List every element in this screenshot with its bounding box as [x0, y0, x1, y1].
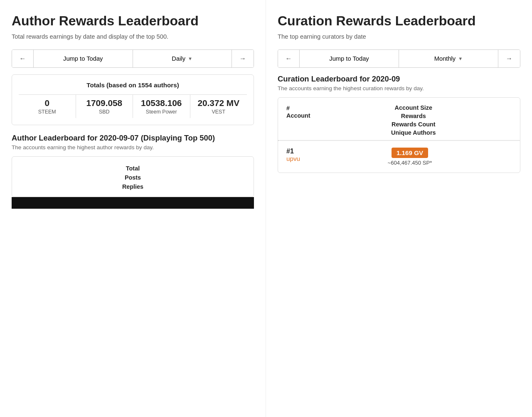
clb-account-header: Account	[286, 112, 310, 119]
left-period-label: Daily	[172, 55, 185, 62]
clb-rank-1: #1	[286, 148, 303, 155]
totals-sp-value: 10538.106	[135, 98, 187, 108]
right-jump-button[interactable]: Jump to Today	[300, 50, 399, 67]
right-next-button[interactable]: →	[498, 50, 520, 67]
left-leaderboard-box: Total Posts Replies	[12, 156, 254, 197]
right-nav-bar: ← Jump to Today Monthly ▼ →	[278, 49, 520, 68]
right-section-desc: The accounts earning the highest curatio…	[278, 85, 520, 91]
left-section-header: Author Leaderboard for 2020-09-07 (Displ…	[12, 133, 254, 151]
left-jump-button[interactable]: Jump to Today	[34, 50, 133, 67]
totals-sp: 10538.106 Steem Power	[133, 95, 190, 118]
lb-col-total: Total	[19, 165, 247, 172]
totals-steem-label: STEEM	[21, 109, 73, 115]
lb-col-posts: Posts	[19, 174, 247, 181]
left-section-title: Author Leaderboard for 2020-09-07 (Displ…	[12, 133, 254, 143]
totals-steem: 0 STEEM	[19, 95, 76, 118]
clb-header-row: # Account Account Size Rewards Rewards C…	[278, 98, 520, 140]
right-panel: Curation Rewards Leaderboard The top ear…	[266, 0, 532, 417]
clb-account-size-badge-1: 1.169 GV	[392, 148, 428, 158]
right-section-header: Curation Leaderboard for 2020-09 The acc…	[278, 74, 520, 91]
left-next-button[interactable]: →	[232, 50, 254, 67]
totals-vest-value: 20.372 MV	[193, 98, 245, 108]
totals-sbd: 1709.058 SBD	[76, 95, 133, 118]
totals-row: 0 STEEM 1709.058 SBD 10538.106 Steem Pow…	[19, 94, 247, 118]
totals-sbd-value: 1709.058	[79, 98, 131, 108]
left-panel: Author Rewards Leaderboard Total rewards…	[0, 0, 266, 417]
left-black-bar	[12, 197, 254, 209]
totals-heading: Totals (based on 1554 authors)	[19, 81, 247, 89]
left-subtitle: Total rewards earnings by date and displ…	[12, 32, 254, 41]
totals-vest: 20.372 MV VEST	[190, 95, 247, 118]
totals-vest-label: VEST	[193, 109, 245, 115]
right-period-button[interactable]: Monthly ▼	[399, 50, 498, 67]
clb-account-1[interactable]: upvu	[286, 155, 303, 162]
left-lb-header: Total Posts Replies	[12, 157, 254, 197]
right-title: Curation Rewards Leaderboard	[278, 13, 520, 29]
clb-sp-value-1: ~604,467.450 SP*	[388, 160, 432, 166]
clb-rank-header: #	[286, 105, 290, 111]
clb-rewards-count-header: Rewards Count	[392, 121, 436, 128]
right-section-title: Curation Leaderboard for 2020-09	[278, 74, 520, 84]
left-title: Author Rewards Leaderboard	[12, 13, 254, 29]
left-section-desc: The accounts earning the highest author …	[12, 144, 254, 151]
totals-steem-value: 0	[21, 98, 73, 108]
totals-sp-label: Steem Power	[135, 109, 187, 115]
clb-unique-authors-header: Unique Authors	[391, 129, 436, 136]
clb-data-1: 1.169 GV ~604,467.450 SP*	[308, 148, 512, 166]
left-period-button[interactable]: Daily ▼	[133, 50, 232, 67]
left-prev-button[interactable]: ←	[12, 50, 34, 67]
right-subtitle: The top earning curators by date	[278, 32, 520, 41]
clb-entry-1: #1 upvu 1.169 GV ~604,467.450 SP*	[278, 141, 520, 173]
right-prev-button[interactable]: ←	[278, 50, 300, 67]
curation-lb-box: # Account Account Size Rewards Rewards C…	[278, 97, 520, 173]
clb-account-size-header: Account Size	[395, 104, 432, 111]
left-dropdown-arrow-icon: ▼	[188, 56, 192, 61]
left-totals-box: Totals (based on 1554 authors) 0 STEEM 1…	[12, 74, 254, 125]
clb-rewards-header: Rewards	[401, 113, 426, 119]
left-nav-bar: ← Jump to Today Daily ▼ →	[12, 49, 254, 68]
totals-sbd-label: SBD	[79, 109, 131, 115]
right-period-label: Monthly	[434, 55, 456, 62]
lb-col-replies: Replies	[19, 183, 247, 190]
right-dropdown-arrow-icon: ▼	[458, 56, 463, 61]
